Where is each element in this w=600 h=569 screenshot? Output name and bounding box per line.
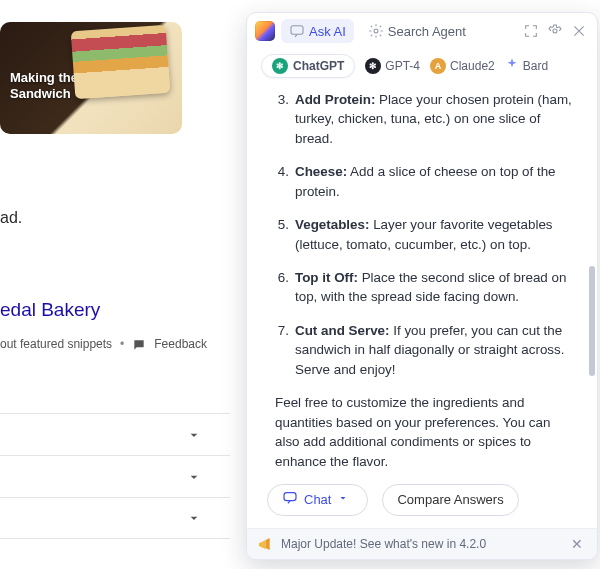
tab-ask-ai[interactable]: Ask AI [281,19,354,43]
expand-icon[interactable] [523,23,539,39]
list-item: 4.Cheese: Add a slice of cheese on top o… [275,162,577,201]
step-text: Add Protein: Place your chosen protein (… [295,90,577,148]
compare-answers-label: Compare Answers [397,492,503,507]
list-item: 7.Cut and Serve: If you prefer, you can … [275,321,577,379]
update-banner-text[interactable]: Major Update! See what's new in 4.2.0 [281,537,486,551]
model-claude2[interactable]: A Claude2 [430,58,495,74]
model-gpt4-label: GPT-4 [385,59,420,73]
announcement-icon [257,536,273,552]
tab-ask-ai-label: Ask AI [309,24,346,39]
chevron-down-icon [186,510,202,526]
ai-panel: Ask AI Search Agent ✻ ChatGPT ✻ GPT-4 [246,12,598,560]
result-link[interactable]: edal Bakery [0,299,230,321]
gear-icon [368,23,384,39]
accordion-item[interactable] [0,497,230,539]
app-logo-icon [255,21,275,41]
svg-rect-3 [284,493,296,501]
result-card-sandwich[interactable]: Making the Sandwich [0,22,182,134]
step-text: Top it Off: Place the second slice of br… [295,268,577,307]
svg-point-2 [553,29,557,33]
snippet-footer: out featured snippets • Feedback [0,337,230,351]
chat-button-label: Chat [304,492,331,507]
chat-button[interactable]: Chat [267,484,368,516]
close-icon[interactable] [571,23,587,39]
step-number: 4. [275,162,289,201]
model-claude2-label: Claude2 [450,59,495,73]
step-list: 3.Add Protein: Place your chosen protein… [275,90,577,379]
step-number: 7. [275,321,289,379]
step-text: Cut and Serve: If you prefer, you can cu… [295,321,577,379]
list-item: 3.Add Protein: Place your chosen protein… [275,90,577,148]
gpt4-icon: ✻ [365,58,381,74]
step-text: Cheese: Add a slice of cheese on top of … [295,162,577,201]
chevron-down-icon [186,469,202,485]
tab-search-agent[interactable]: Search Agent [360,19,474,43]
answer-closing: Feel free to customize the ingredients a… [275,393,577,471]
model-selector: ✻ ChatGPT ✻ GPT-4 A Claude2 Bard [247,50,597,88]
model-bard-label: Bard [523,59,548,73]
accordion-item[interactable] [0,413,230,455]
snippet-text-fragment: ad. [0,209,230,227]
accordion-group [0,413,230,539]
step-number: 5. [275,215,289,254]
settings-icon[interactable] [547,23,563,39]
chevron-down-icon [337,492,353,508]
step-number: 3. [275,90,289,148]
tab-search-agent-label: Search Agent [388,24,466,39]
claude-icon: A [430,58,446,74]
step-text: Vegetables: Layer your favorite vegetabl… [295,215,577,254]
model-bard[interactable]: Bard [505,57,548,74]
scroll-thumb[interactable] [589,266,595,376]
feedback-icon [132,338,146,350]
model-gpt4[interactable]: ✻ GPT-4 [365,58,420,74]
list-item: 6.Top it Off: Place the second slice of … [275,268,577,307]
chat-icon [289,23,305,39]
svg-rect-0 [291,26,303,35]
model-chatgpt-label: ChatGPT [293,59,344,73]
answer-content: 3.Add Protein: Place your chosen protein… [247,88,597,480]
separator-dot: • [120,337,124,351]
banner-close-icon[interactable]: ✕ [567,532,587,556]
background-page: Making the Sandwich ad. edal Bakery out … [0,0,230,569]
list-item: 5.Vegetables: Layer your favorite vegeta… [275,215,577,254]
model-chatgpt[interactable]: ✻ ChatGPT [261,54,355,78]
chevron-down-icon [186,427,202,443]
bard-icon [505,57,519,74]
step-number: 6. [275,268,289,307]
feedback-link[interactable]: Feedback [154,337,207,351]
about-featured-snippets[interactable]: out featured snippets [0,337,112,351]
update-banner: Major Update! See what's new in 4.2.0 ✕ [247,528,597,559]
answer-scroll-area: 3.Add Protein: Place your chosen protein… [247,88,597,480]
result-card-title: Making the Sandwich [10,70,78,101]
compare-answers-button[interactable]: Compare Answers [382,484,518,516]
accordion-item[interactable] [0,455,230,497]
panel-header: Ask AI Search Agent [247,13,597,50]
action-row: Chat Compare Answers [247,480,597,528]
scrollbar[interactable] [589,94,595,446]
chat-bubble-icon [282,490,298,509]
svg-point-1 [374,29,378,33]
chatgpt-icon: ✻ [272,58,288,74]
